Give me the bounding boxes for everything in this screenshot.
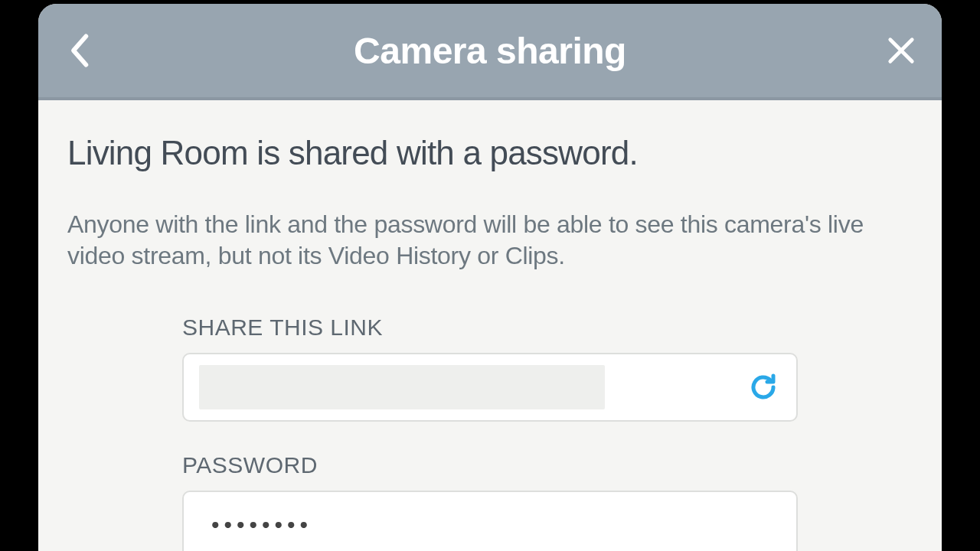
refresh-icon	[748, 372, 779, 403]
modal-title: Camera sharing	[354, 30, 626, 72]
sharing-description: Anyone with the link and the password wi…	[67, 209, 879, 272]
back-icon	[68, 32, 90, 69]
modal-body: Living Room is shared with a password. A…	[38, 100, 942, 551]
close-button[interactable]	[882, 31, 920, 70]
back-button[interactable]	[60, 31, 98, 70]
close-icon	[887, 36, 916, 65]
refresh-link-button[interactable]	[746, 370, 781, 405]
camera-sharing-modal: Camera sharing Living Room is shared wit…	[38, 4, 942, 551]
share-link-group: SHARE THIS LINK	[182, 315, 798, 422]
share-link-input-wrap	[182, 353, 798, 422]
password-input[interactable]	[199, 492, 781, 551]
password-input-wrap	[182, 491, 798, 551]
password-label: PASSWORD	[182, 452, 798, 478]
sharing-status-heading: Living Room is shared with a password.	[67, 134, 913, 172]
share-link-value-redacted	[199, 365, 605, 409]
share-link-label: SHARE THIS LINK	[182, 315, 798, 341]
password-group: PASSWORD	[182, 452, 798, 551]
modal-header: Camera sharing	[38, 4, 942, 100]
